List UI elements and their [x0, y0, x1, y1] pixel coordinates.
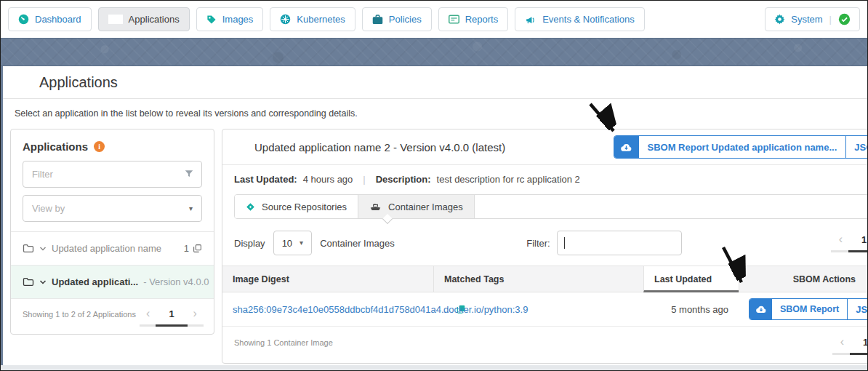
- tab-container-images-label: Container Images: [388, 202, 463, 212]
- policies-briefcase-icon: [372, 15, 383, 25]
- prev-page-icon[interactable]: ‹: [146, 308, 150, 319]
- detail-tabs: Source Repositories Container Images: [234, 194, 867, 219]
- application-detail-panel: Updated application name 2 - Version v4.…: [222, 129, 867, 364]
- sbom-report-label[interactable]: SBOM Report: [772, 299, 848, 319]
- pagination-track: [831, 250, 867, 252]
- sbom-report-label[interactable]: SBOM Report Updated application name...: [639, 136, 847, 158]
- page-header: Applications: [3, 66, 867, 99]
- nav-events-notifications[interactable]: Events & Notifications: [515, 7, 644, 31]
- table-row: sha256:09e73c4e10e0558ddbcbf4d1d758d041a…: [222, 292, 867, 327]
- container-images-table: Image Digest Matched Tags Last Updated S…: [222, 266, 867, 327]
- nav-events-label: Events & Notifications: [542, 14, 634, 25]
- application-name: Updated applicati...: [52, 276, 138, 287]
- nav-reports-label: Reports: [465, 14, 499, 25]
- megaphone-icon: [525, 15, 537, 25]
- info-icon[interactable]: i: [94, 141, 105, 152]
- pagination-indicator: [850, 353, 867, 355]
- text-cursor: [564, 237, 565, 249]
- matched-tags-cell: docker.io/python:3.9: [433, 292, 643, 326]
- panels-row: Applications i View by ▾: [3, 127, 867, 364]
- nav-system[interactable]: System: [774, 14, 822, 25]
- page-size-select[interactable]: 10 ▾: [273, 231, 313, 255]
- reports-icon: [449, 15, 459, 24]
- showing-text: Showing 1 Container Image: [234, 338, 333, 347]
- kubernetes-icon: [280, 14, 291, 25]
- count-value: 1: [184, 243, 189, 254]
- system-group: System |: [765, 7, 860, 31]
- column-header-sbom-actions[interactable]: SBOM Actions: [739, 266, 867, 292]
- filter-group: Filter:: [526, 231, 682, 255]
- versions-stack-icon: [193, 244, 202, 253]
- folder-icon: [23, 244, 34, 253]
- table-controls: Display 10 ▾ Container Images Filter: ‹: [234, 231, 867, 255]
- last-updated-cell: 5 months ago: [643, 292, 739, 326]
- page-number[interactable]: 1: [863, 337, 867, 348]
- source-repo-diamond-icon: [246, 202, 255, 212]
- last-updated-label: Last Updated:: [234, 174, 297, 185]
- sbom-format-dropdown[interactable]: JSON ▾: [848, 299, 867, 319]
- view-by-select[interactable]: View by ▾: [23, 195, 202, 222]
- detail-header: Updated application name 2 - Version v4.…: [222, 129, 867, 165]
- nav-buttons: Dashboard Applications Images Kubernetes: [8, 7, 645, 31]
- folder-icon: [23, 277, 34, 287]
- table-header-row: Image Digest Matched Tags Last Updated S…: [222, 266, 867, 292]
- applications-pagination: ‹ 1 ›: [140, 308, 204, 327]
- prev-page-icon[interactable]: ‹: [840, 336, 844, 348]
- matched-tag-link[interactable]: docker.io/python:3.9: [443, 304, 528, 315]
- dashboard-icon: [18, 14, 29, 25]
- container-images-filter-input[interactable]: [557, 231, 682, 255]
- applications-filter-input[interactable]: [23, 161, 202, 188]
- prev-page-icon[interactable]: ‹: [839, 234, 843, 245]
- display-label: Display: [234, 238, 265, 249]
- applications-list-header: Applications i: [11, 129, 214, 161]
- tab-source-repositories[interactable]: Source Repositories: [235, 195, 358, 218]
- sbom-format-value: JSON: [856, 304, 867, 315]
- nav-kubernetes[interactable]: Kubernetes: [270, 7, 355, 31]
- table-pagination-bottom: ‹ 1 ›: [832, 336, 867, 355]
- nav-dashboard[interactable]: Dashboard: [8, 7, 92, 31]
- page-number[interactable]: 1: [861, 234, 867, 245]
- tab-source-repositories-label: Source Repositories: [262, 202, 347, 212]
- health-check-icon[interactable]: [838, 13, 851, 25]
- applications-list-title: Applications: [23, 140, 88, 153]
- nav-applications[interactable]: Applications: [98, 7, 190, 31]
- nav-separator: |: [829, 14, 832, 25]
- detail-title: Updated application name 2 - Version v4.…: [254, 141, 505, 153]
- sbom-download-button[interactable]: [614, 136, 639, 158]
- description-value: test description for rc application 2: [437, 174, 580, 185]
- application-list-item[interactable]: Updated application name 1: [11, 231, 214, 265]
- description-label: Description:: [376, 174, 431, 185]
- nav-applications-label: Applications: [129, 14, 180, 25]
- nav-policies[interactable]: Policies: [362, 7, 432, 31]
- bottom-strip: [1, 365, 867, 370]
- nav-images[interactable]: Images: [196, 7, 264, 31]
- sbom-format-dropdown[interactable]: JSON ▾: [846, 136, 867, 158]
- nav-system-label: System: [791, 14, 822, 25]
- next-page-icon[interactable]: ›: [193, 308, 197, 319]
- pagination-indicator: [848, 250, 867, 252]
- chevron-down-icon: [39, 279, 47, 285]
- images-tag-icon: [206, 15, 217, 25]
- chevron-down-icon: [39, 246, 47, 252]
- cloud-download-icon: [755, 304, 767, 314]
- funnel-icon: [184, 169, 194, 179]
- applications-icon: [108, 15, 123, 24]
- tab-container-images[interactable]: Container Images: [358, 195, 475, 218]
- column-header-last-updated[interactable]: Last Updated: [643, 266, 739, 292]
- container-ship-icon: [369, 202, 382, 212]
- chevron-down-icon: ▾: [300, 239, 303, 247]
- last-updated-value: 4 hours ago: [303, 174, 353, 185]
- column-header-matched-tags[interactable]: Matched Tags: [433, 266, 643, 292]
- view-by-label: View by: [32, 203, 65, 214]
- image-digest-link[interactable]: sha256:09e73c4e10e0558ddbcbf4d1d758d041a…: [233, 304, 449, 315]
- gear-icon: [774, 14, 785, 25]
- applications-list-panel: Applications i View by ▾: [10, 129, 214, 335]
- page-number[interactable]: 1: [169, 308, 174, 319]
- cloud-download-icon: [620, 142, 632, 153]
- decorative-banner: [1, 38, 867, 66]
- sbom-download-button[interactable]: [750, 299, 772, 319]
- application-list-item-selected[interactable]: Updated applicati... - Version v4.0.0 2: [11, 265, 214, 298]
- table-pagination-top: ‹ 1 ›: [831, 234, 867, 252]
- column-header-image-digest[interactable]: Image Digest: [222, 266, 433, 292]
- nav-reports[interactable]: Reports: [438, 7, 509, 31]
